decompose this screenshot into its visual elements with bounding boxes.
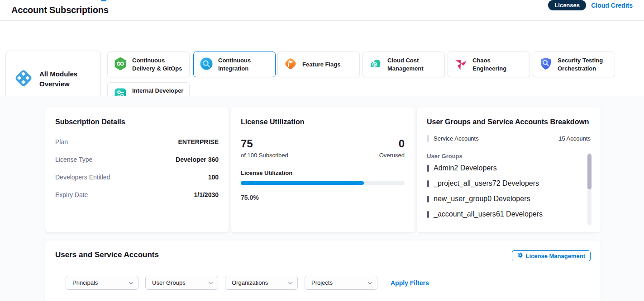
clipped-breadcrumb-fragment <box>101 0 106 1</box>
tab-licenses[interactable]: Licenses <box>548 0 586 10</box>
module-label: Chaos Engineering <box>472 56 524 72</box>
user-groups-dropdown[interactable]: User Groups <box>145 276 218 290</box>
group-marker <box>427 211 429 218</box>
detail-row-developers-entitled: Developers Entitled 100 <box>55 174 219 181</box>
detail-value: 1/1/2030 <box>194 191 219 198</box>
overused-count: 0 <box>379 138 405 150</box>
license-management-label: License Management <box>526 253 586 259</box>
service-accounts-row: Service Accounts 15 Accounts <box>427 135 591 142</box>
breakdown-card: User Groups and Service Accounts Breakdo… <box>417 107 601 232</box>
group-name: _account_all_users <box>434 210 496 218</box>
chevron-down-icon <box>129 280 134 284</box>
detail-row-plan: Plan ENTERPRISE <box>55 138 219 146</box>
dropdown-label: Principals <box>72 279 98 286</box>
tab-cloud-credits[interactable]: Cloud Credits <box>591 2 633 9</box>
license-utilization-card: License Utilization 75 of 100 Subscribed… <box>231 107 415 232</box>
license-utilization-title: License Utilization <box>241 118 405 126</box>
module-card-cd[interactable]: Continuous Delivery & GitOps <box>107 52 190 77</box>
user-groups-heading: User Groups <box>427 153 591 160</box>
detail-row-expiry-date: Expiry Date 1/1/2030 <box>55 191 219 198</box>
detail-value: ENTERPRISE <box>178 138 219 146</box>
security-testing-icon <box>539 56 553 73</box>
dropdown-label: Organizations <box>232 279 268 286</box>
overused-licenses-stat: 0 Overused <box>379 138 405 159</box>
used-licenses-stat: 75 of 100 Subscribed <box>241 138 288 159</box>
principals-dropdown[interactable]: Principals <box>66 276 138 290</box>
detail-label: Expiry Date <box>55 191 88 198</box>
subscription-details-title: Subscription Details <box>55 118 219 126</box>
service-accounts-label: Service Accounts <box>434 135 479 142</box>
continuous-delivery-icon <box>113 56 128 73</box>
module-selector-band: All Modules Overview Continuous Delivery… <box>0 21 644 96</box>
groups-scrollbar-thumb[interactable] <box>587 154 592 189</box>
user-group-row: _project_all_users 72 Developers <box>427 176 583 191</box>
detail-label: Plan <box>55 138 68 146</box>
detail-value: 100 <box>208 174 219 181</box>
svg-text:$: $ <box>373 62 376 66</box>
utilization-bar-label: License Utilization <box>241 169 405 176</box>
utilization-progress-fill <box>241 181 364 185</box>
group-value: 61 Developers <box>496 210 543 218</box>
module-label: Continuous Delivery & GitOps <box>132 56 184 72</box>
dropdown-label: User Groups <box>152 279 186 286</box>
group-marker <box>427 196 429 202</box>
module-card-ff[interactable]: Feature Flags <box>277 52 360 77</box>
chevron-down-icon <box>368 280 372 284</box>
group-value: 0 Developers <box>487 195 530 203</box>
chevron-down-icon <box>209 280 213 284</box>
group-name: new_user_group <box>434 195 487 203</box>
module-card-ccm[interactable]: $ Cloud Cost Management <box>363 52 445 77</box>
all-modules-overview-label: All Modules Overview <box>39 69 93 89</box>
all-modules-icon <box>13 68 34 90</box>
detail-value: Developer 360 <box>176 156 219 163</box>
module-card-ce[interactable]: Chaos Engineering <box>448 52 530 77</box>
page-title: Account Subscriptions <box>11 5 109 15</box>
license-management-button[interactable]: License Management <box>512 250 591 261</box>
apply-filters-link[interactable]: Apply Filters <box>391 279 429 287</box>
overused-caption: Overused <box>379 152 405 159</box>
utilization-percent: 75.0% <box>241 194 405 201</box>
module-card-ci-selected[interactable]: Continuous Integration <box>193 52 276 77</box>
detail-row-license-type: License Type Developer 360 <box>55 156 219 163</box>
service-accounts-marker <box>427 135 429 142</box>
module-label: Security Testing Orchestration <box>558 56 609 72</box>
organizations-dropdown[interactable]: Organizations <box>225 276 298 290</box>
user-groups-list: Admin 2 Developers _project_all_users 72… <box>427 160 591 222</box>
module-card-sto[interactable]: Security Testing Orchestration <box>533 52 615 77</box>
continuous-integration-icon <box>199 56 214 73</box>
dropdown-label: Projects <box>311 279 333 286</box>
subscription-details-card: Subscription Details Plan ENTERPRISE Lic… <box>45 107 229 232</box>
user-group-row: Admin 2 Developers <box>427 160 583 176</box>
used-count: 75 <box>241 138 288 150</box>
chevron-down-icon <box>288 280 293 284</box>
group-value: 2 Developers <box>454 164 496 172</box>
cloud-cost-icon: $ <box>368 56 383 73</box>
module-label: Continuous Integration <box>218 56 270 72</box>
users-service-accounts-card: Users and Service Accounts License Manag… <box>45 240 601 301</box>
detail-label: License Type <box>55 156 92 163</box>
page-header: Account Subscriptions Licenses Cloud Cre… <box>0 0 644 21</box>
user-group-row: _account_all_users 61 Developers <box>427 207 583 222</box>
module-label: Cloud Cost Management <box>387 56 439 72</box>
group-marker <box>427 165 429 172</box>
used-caption: of 100 Subscribed <box>241 152 288 159</box>
gear-icon <box>517 252 523 259</box>
group-value: 72 Developers <box>492 179 539 188</box>
group-name: _project_all_users <box>434 179 492 188</box>
utilization-progress-track <box>241 181 405 185</box>
detail-label: Developers Entitled <box>55 174 110 181</box>
group-name: Admin <box>434 164 454 172</box>
projects-dropdown[interactable]: Projects <box>305 276 377 290</box>
filters-row: Principals User Groups Organizations Pro… <box>66 276 429 290</box>
groups-scrollbar-track[interactable] <box>587 153 592 225</box>
group-marker <box>427 180 429 187</box>
module-label: Feature Flags <box>302 61 341 69</box>
user-group-row: new_user_group 0 Developers <box>427 191 583 207</box>
breakdown-title: User Groups and Service Accounts Breakdo… <box>427 118 591 126</box>
service-accounts-value: 15 Accounts <box>558 135 591 142</box>
chaos-engineering-icon <box>453 56 468 73</box>
feature-flags-icon <box>283 56 298 73</box>
users-section-title: Users and Service Accounts <box>55 250 591 259</box>
